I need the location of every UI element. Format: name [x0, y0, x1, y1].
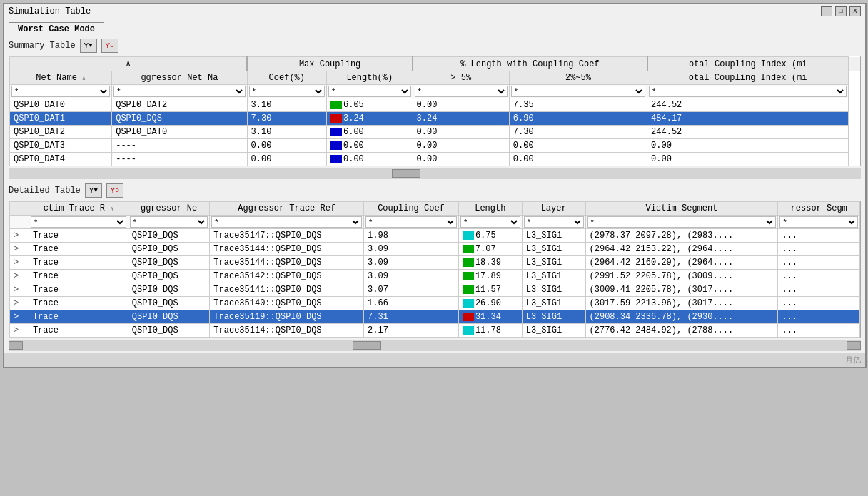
table-row[interactable]: > Trace QSPI0_DQS Trace35144::QSPI0_DQS … [10, 243, 860, 256]
col-length[interactable]: Length(%) [326, 71, 413, 85]
detailed-scrollbar-thumb[interactable] [353, 341, 381, 350]
filter-agg-trace-ref[interactable]: * [210, 216, 364, 229]
scrollbar-track [23, 341, 847, 350]
detailed-filter-red-button[interactable]: Yo [106, 183, 123, 198]
cell-agg-segm: ... [778, 297, 860, 310]
col-coef[interactable]: Coef(%) [247, 71, 326, 85]
col-aggressor-ne[interactable]: ggressor Ne [128, 202, 210, 216]
expand-btn[interactable]: > [10, 243, 29, 256]
filter-2to5[interactable]: * [509, 85, 647, 98]
col-victim-trace[interactable]: ctim Trace R ∧ [29, 202, 128, 216]
cell-2to5: 6.90 [509, 112, 647, 126]
filter-aggressor-ne[interactable]: * [128, 216, 210, 229]
col-layer[interactable]: Layer [522, 202, 585, 216]
cell-coup-coef: 3.09 [364, 243, 459, 256]
cell-gt5: 0.00 [413, 153, 509, 166]
cell-length-color: 6.75 [458, 229, 522, 243]
table-row[interactable]: > Trace QSPI0_DQS Trace35144::QSPI0_DQS … [10, 256, 860, 270]
cell-layer: L3_SIG1 [522, 256, 585, 270]
scroll-right-btn[interactable] [847, 341, 861, 350]
summary-scrollbar[interactable] [9, 168, 861, 179]
cell-agg-trace-ref: Trace35147::QSPI0_DQS [210, 229, 364, 243]
cell-net-name: QSPI0_DAT2 [10, 126, 112, 139]
col-total-ci[interactable]: otal Coupling Index (mi [647, 71, 849, 85]
summary-table: ∧ Max Coupling % Length with Coupling Co… [9, 56, 860, 166]
filter-layer[interactable]: * [522, 216, 585, 229]
cell-agg-segm: ... [778, 229, 860, 243]
filter-victim-trace[interactable]: * [29, 216, 128, 229]
expand-btn[interactable]: > [10, 324, 29, 338]
col-aggressor-segm[interactable]: ressor Segm [778, 202, 860, 216]
close-button[interactable]: X [849, 6, 861, 16]
col-aggressor-trace-ref[interactable]: Aggressor Trace Ref [210, 202, 364, 216]
filter-coupling-coef[interactable]: * [364, 216, 459, 229]
col-victim-segment[interactable]: Victim Segment [585, 202, 778, 216]
cell-agg-segm: ... [778, 324, 860, 338]
table-row[interactable]: > Trace QSPI0_DQS Trace35147::QSPI0_DQS … [10, 229, 860, 243]
cell-agg-segm: ... [778, 256, 860, 270]
cell-coef: 7.30 [247, 112, 326, 126]
filter-net-name[interactable]: * [10, 85, 112, 98]
filter-length[interactable]: * [326, 85, 413, 98]
detailed-table-container: ctim Trace R ∧ ggressor Ne Aggressor Tra… [9, 201, 861, 338]
summary-filter-row: * * * * * * * [10, 85, 860, 98]
table-row[interactable]: QSPI0_DAT3 ---- 0.00 0.00 0.00 0.00 0.00 [10, 139, 860, 153]
cell-agg-trace-ref: Trace35114::QSPI0_DQS [210, 324, 364, 338]
minimize-button[interactable]: - [821, 6, 832, 16]
summary-label: Summary Table [9, 41, 76, 51]
col-length-det[interactable]: Length [458, 202, 522, 216]
cell-victim-trace: Trace [29, 297, 128, 310]
cell-total-ci: 244.52 [647, 126, 849, 139]
cell-layer: L3_SIG1 [522, 229, 585, 243]
table-row[interactable]: QSPI0_DAT1 QSPI0_DQS 7.30 3.24 3.24 6.90… [10, 112, 860, 126]
expand-btn[interactable]: > [10, 270, 29, 283]
filter-coef[interactable]: * [247, 85, 326, 98]
filter-aggressor-net[interactable]: * [112, 85, 247, 98]
detailed-filter-button[interactable]: Y▼ [85, 183, 102, 198]
detailed-table: ctim Trace R ∧ ggressor Ne Aggressor Tra… [9, 201, 860, 338]
summary-scrollbar-thumb[interactable] [392, 169, 420, 178]
detailed-table-body: > Trace QSPI0_DQS Trace35147::QSPI0_DQS … [10, 229, 860, 338]
expand-btn[interactable]: > [10, 256, 29, 270]
cell-gt5: 0.00 [413, 126, 509, 139]
filter-length-det[interactable]: * [458, 216, 522, 229]
cell-victim-seg: (2908.34 2336.78), (2930.... [585, 310, 778, 324]
cell-gt5: 3.24 [413, 112, 509, 126]
expand-btn[interactable]: > [10, 297, 29, 310]
detailed-scrollbar[interactable] [9, 340, 861, 351]
filter-gt5[interactable]: * [413, 85, 509, 98]
summary-filter-button[interactable]: Y▼ [80, 39, 97, 53]
filter-agg-segm[interactable]: * [778, 216, 860, 229]
col-2to5[interactable]: 2%~5% [509, 71, 647, 85]
expand-btn[interactable]: > [10, 310, 29, 324]
table-row[interactable]: > Trace QSPI0_DQS Trace35114::QSPI0_DQS … [10, 324, 860, 338]
summary-toolbar: Summary Table Y▼ Yo [4, 36, 865, 56]
cell-agg-trace-ref: Trace35142::QSPI0_DQS [210, 270, 364, 283]
expand-btn[interactable]: > [10, 283, 29, 297]
col-aggressor-net[interactable]: ggressor Net Na [112, 71, 247, 85]
table-row[interactable]: > Trace QSPI0_DQS Trace35142::QSPI0_DQS … [10, 270, 860, 283]
table-row[interactable]: > Trace QSPI0_DQS Trace35119::QSPI0_DQS … [10, 310, 860, 324]
cell-agg-segm: ... [778, 283, 860, 297]
scroll-left-btn[interactable] [9, 341, 23, 350]
col-gt5[interactable]: > 5% [413, 71, 509, 85]
table-row[interactable]: > Trace QSPI0_DQS Trace35140::QSPI0_DQS … [10, 297, 860, 310]
summary-filter-red-button[interactable]: Yo [101, 39, 118, 53]
tab-worst-case-mode[interactable]: Worst Case Mode [9, 22, 104, 36]
cell-length-color: 17.89 [458, 270, 522, 283]
cell-aggressor: ---- [112, 153, 247, 166]
col-net-name[interactable]: Net Name ∧ [10, 71, 112, 85]
table-row[interactable]: QSPI0_DAT2 QSPI0_DAT0 3.10 6.00 0.00 7.3… [10, 126, 860, 139]
table-row[interactable]: QSPI0_DAT4 ---- 0.00 0.00 0.00 0.00 0.00 [10, 153, 860, 166]
filter-total-ci[interactable]: * [647, 85, 849, 98]
cell-victim-trace: Trace [29, 283, 128, 297]
expand-btn[interactable]: > [10, 229, 29, 243]
table-row[interactable]: QSPI0_DAT0 QSPI0_DAT2 3.10 6.05 0.00 7.3… [10, 98, 860, 112]
col-coupling-coef[interactable]: Coupling Coef [364, 202, 459, 216]
filter-victim-seg[interactable]: * [585, 216, 778, 229]
scrollbar-placeholder [849, 57, 860, 71]
cell-coef: 3.10 [247, 126, 326, 139]
cell-victim-trace: Trace [29, 243, 128, 256]
maximize-button[interactable]: □ [835, 6, 847, 16]
table-row[interactable]: > Trace QSPI0_DQS Trace35141::QSPI0_DQS … [10, 283, 860, 297]
